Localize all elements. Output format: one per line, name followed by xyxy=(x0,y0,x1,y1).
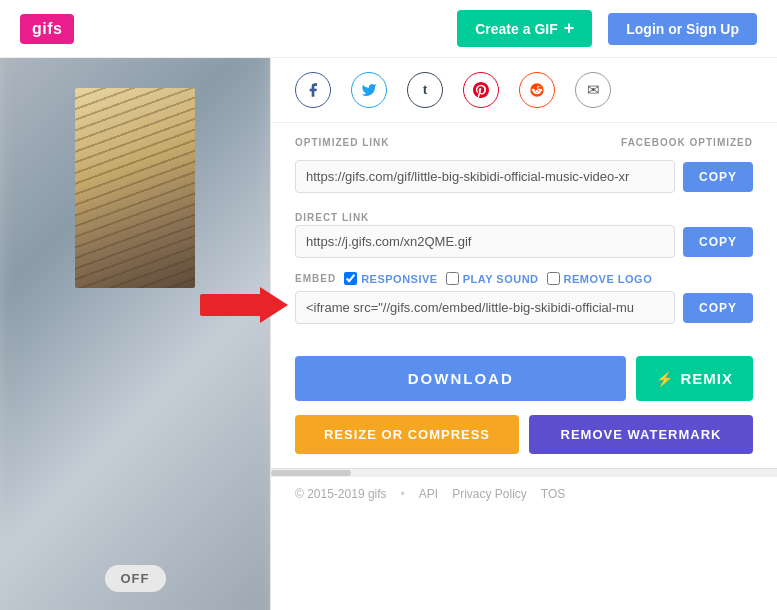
gif-preview xyxy=(75,88,195,288)
action-buttons: DOWNLOAD ⚡ REMIX xyxy=(271,352,777,415)
right-panel: t ✉ OPTIMIZED LINK FACEBOOK OPTIMIZED CO… xyxy=(270,58,777,610)
embed-link-row: COPY xyxy=(295,291,753,324)
privacy-policy-link[interactable]: Privacy Policy xyxy=(452,487,527,501)
optimized-link-input[interactable] xyxy=(295,160,675,193)
remove-watermark-button[interactable]: REMOVE WATERMARK xyxy=(529,415,753,454)
arrow-shaft xyxy=(200,294,260,316)
facebook-optimized-label: FACEBOOK OPTIMIZED xyxy=(621,137,753,154)
direct-link-label: DIRECT LINK xyxy=(295,212,369,223)
reddit-share-button[interactable] xyxy=(519,72,555,108)
remix-button[interactable]: ⚡ REMIX xyxy=(636,356,753,401)
login-button[interactable]: Login or Sign Up xyxy=(608,13,757,45)
pinterest-share-button[interactable] xyxy=(463,72,499,108)
secondary-buttons: RESIZE OR COMPRESS REMOVE WATERMARK xyxy=(271,415,777,468)
resize-compress-button[interactable]: RESIZE OR COMPRESS xyxy=(295,415,519,454)
scrollbar[interactable] xyxy=(271,468,777,476)
embed-label: EMBED xyxy=(295,273,336,284)
header: gifs Create a GIF + Login or Sign Up xyxy=(0,0,777,58)
responsive-checkbox[interactable] xyxy=(344,272,357,285)
gif-inner xyxy=(75,88,195,288)
logo[interactable]: gifs xyxy=(20,14,74,44)
play-sound-option[interactable]: PLAY SOUND xyxy=(446,272,539,285)
twitter-share-button[interactable] xyxy=(351,72,387,108)
download-button[interactable]: DOWNLOAD xyxy=(295,356,626,401)
optimized-link-label: OPTIMIZED LINK xyxy=(295,137,390,148)
email-share-button[interactable]: ✉ xyxy=(575,72,611,108)
direct-link-row: COPY xyxy=(295,225,753,258)
main-content: OFF t ✉ xyxy=(0,58,777,610)
optimized-link-row: COPY xyxy=(295,160,753,193)
footer: © 2015-2019 gifs • API Privacy Policy TO… xyxy=(271,476,777,511)
tos-link[interactable]: TOS xyxy=(541,487,565,501)
embed-label-row: EMBED RESPONSIVE PLAY SOUND REMOVE LOGO xyxy=(295,272,753,285)
direct-link-input[interactable] xyxy=(295,225,675,258)
scrollbar-thumb xyxy=(271,470,351,476)
facebook-share-button[interactable] xyxy=(295,72,331,108)
remove-logo-checkbox[interactable] xyxy=(547,272,560,285)
footer-dot: • xyxy=(401,487,405,501)
stair-pattern xyxy=(75,88,195,288)
off-toggle[interactable]: OFF xyxy=(105,565,166,592)
footer-copyright: © 2015-2019 gifs xyxy=(295,487,387,501)
create-gif-button[interactable]: Create a GIF + xyxy=(457,10,592,47)
optimized-link-section: OPTIMIZED LINK FACEBOOK OPTIMIZED COPY D… xyxy=(271,123,777,352)
api-link[interactable]: API xyxy=(419,487,438,501)
play-sound-checkbox[interactable] xyxy=(446,272,459,285)
preview-panel: OFF xyxy=(0,58,270,610)
social-share-bar: t ✉ xyxy=(271,58,777,123)
responsive-option[interactable]: RESPONSIVE xyxy=(344,272,438,285)
arrow-head xyxy=(260,287,288,323)
remove-logo-option[interactable]: REMOVE LOGO xyxy=(547,272,653,285)
tumblr-share-button[interactable]: t xyxy=(407,72,443,108)
direct-link-copy-button[interactable]: COPY xyxy=(683,227,753,257)
embed-copy-button[interactable]: COPY xyxy=(683,293,753,323)
remix-icon: ⚡ xyxy=(656,371,674,387)
embed-link-input[interactable] xyxy=(295,291,675,324)
optimized-link-copy-button[interactable]: COPY xyxy=(683,162,753,192)
arrow-indicator xyxy=(200,287,288,323)
